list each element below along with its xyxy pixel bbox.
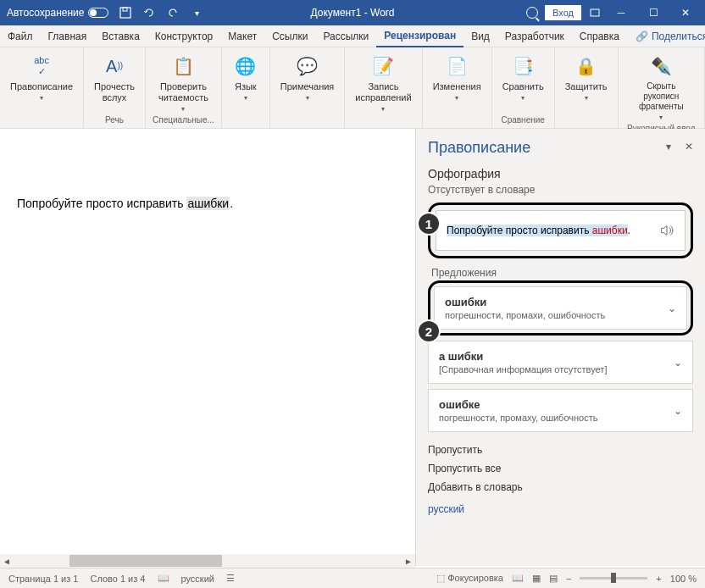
scrollbar-thumb[interactable] (69, 555, 222, 567)
tab-review[interactable]: Рецензирован (376, 25, 464, 47)
tab-help[interactable]: Справка (572, 25, 627, 47)
login-button[interactable]: Вход (545, 5, 581, 20)
add-to-dictionary-button[interactable]: Добавить в словарь (428, 481, 693, 493)
speaker-icon[interactable] (659, 223, 674, 238)
tab-view[interactable]: Вид (464, 25, 497, 47)
chevron-down-icon[interactable]: ⌄ (674, 357, 682, 369)
customize-qat-icon[interactable]: ▾ (190, 6, 203, 19)
tab-file[interactable]: Файл (0, 25, 41, 47)
zoom-slider[interactable] (580, 577, 647, 580)
suggestion-item-2[interactable]: а шибки[Справочная информация отсутствуе… (428, 341, 693, 384)
chevron-down-icon[interactable]: ⌄ (668, 302, 676, 314)
zoom-level[interactable]: 100 % (670, 574, 697, 584)
tab-home[interactable]: Главная (41, 25, 95, 47)
panel-options-icon[interactable]: ▾ (666, 141, 671, 153)
language-icon: 🌐 (232, 53, 259, 80)
ink-icon: ✒️ (647, 53, 674, 80)
focus-mode-button[interactable]: ⬚ Фокусировка (436, 573, 503, 584)
zoom-out-button[interactable]: − (566, 574, 571, 584)
status-bar: Страница 1 из 1 Слово 1 из 4 📖 русский ☰… (0, 568, 705, 588)
zoom-in-button[interactable]: + (656, 574, 661, 584)
toggle-switch-icon[interactable] (88, 8, 108, 18)
maximize-button[interactable]: ☐ (641, 7, 666, 19)
web-layout-icon[interactable]: ▤ (549, 573, 558, 584)
chevron-down-icon[interactable]: ⌄ (674, 405, 682, 417)
read-mode-icon[interactable]: 📖 (512, 573, 524, 584)
read-aloud-icon: A)) (101, 53, 128, 80)
group-speech: Речь (105, 115, 124, 125)
tab-insert[interactable]: Вставка (94, 25, 147, 47)
print-layout-icon[interactable]: ▦ (532, 573, 541, 584)
save-icon[interactable] (119, 6, 132, 19)
proofing-icon[interactable]: 📖 (158, 573, 169, 584)
not-in-dictionary-label: Отсутствует в словаре (428, 184, 693, 196)
autosave-label: Автосохранение (7, 7, 84, 19)
word-count[interactable]: Слово 1 из 4 (90, 574, 145, 584)
redo-icon[interactable] (166, 6, 180, 19)
panel-title: Правописание (428, 139, 693, 157)
readability-icon: 📋 (169, 53, 197, 80)
share-icon: 🔗 (636, 31, 648, 42)
callout-badge-1: 1 (417, 212, 441, 236)
protect-button[interactable]: 🔒Защитить▾ (562, 51, 611, 104)
track-changes-icon: 📝 (369, 53, 397, 80)
check-type: Орфография (428, 167, 693, 180)
comments-icon: 💬 (294, 53, 321, 80)
scroll-left-icon[interactable]: ◄ (0, 557, 14, 566)
ribbon-tabs: Файл Главная Вставка Конструктор Макет С… (0, 25, 705, 47)
track-changes-button[interactable]: 📝Запись исправлений▾ (352, 51, 414, 115)
callout-2: 2 ошибкипогрешности, промахи, ошибочност… (428, 280, 693, 336)
language-link[interactable]: русский (428, 503, 693, 515)
panel-close-icon[interactable]: ✕ (685, 141, 693, 153)
svg-rect-2 (591, 9, 599, 16)
undo-icon[interactable] (142, 6, 156, 19)
language-button[interactable]: 🌐Язык▾ (229, 51, 263, 104)
title-bar: Автосохранение ▾ Документ1 - Word Вход ─… (0, 0, 705, 25)
tab-developer[interactable]: Разработчик (497, 25, 572, 47)
tab-mailings[interactable]: Рассылки (315, 25, 376, 47)
group-special: Специальные... (153, 115, 214, 125)
suggestion-item-1[interactable]: ошибкипогрешности, промахи, ошибочность … (434, 286, 687, 330)
tab-layout[interactable]: Макет (220, 25, 264, 47)
suggestions-label: Предложения (431, 267, 693, 279)
callout-1: 1 Попробуйте просто исправить ашибки. (428, 202, 693, 258)
skip-all-button[interactable]: Пропустить все (428, 463, 693, 474)
spelling-button[interactable]: abc✓Правописание▾ (7, 51, 76, 104)
accessibility-icon[interactable]: ☰ (226, 573, 235, 584)
document-text[interactable]: Попробуйте просто исправить ашибки. (17, 197, 398, 210)
hide-ink-button[interactable]: ✒️Скрыть рукописн фрагменты▾ (625, 51, 697, 124)
read-aloud-button[interactable]: A))Прочесть вслух (91, 51, 138, 105)
readability-button[interactable]: 📋Проверить читаемость▾ (155, 51, 212, 115)
minimize-button[interactable]: ─ (608, 7, 634, 19)
compare-icon: 📑 (509, 53, 536, 80)
scroll-right-icon[interactable]: ► (402, 557, 415, 566)
ribbon-options-icon[interactable] (588, 6, 602, 19)
lock-icon: 🔒 (573, 53, 600, 80)
callout-badge-2: 2 (417, 319, 441, 343)
close-button[interactable]: ✕ (673, 7, 698, 19)
autosave-toggle[interactable]: Автосохранение (7, 7, 108, 19)
ribbon: abc✓Правописание▾ A))Прочесть вслух Речь… (0, 47, 705, 129)
spelling-panel: Правописание ▾ ✕ Орфография Отсутствует … (415, 129, 705, 566)
status-language[interactable]: русский (181, 574, 214, 584)
compare-button[interactable]: 📑Сравнить▾ (499, 51, 547, 104)
document-area[interactable]: Попробуйте просто исправить ашибки. (0, 129, 415, 566)
search-icon[interactable] (526, 7, 538, 19)
changes-button[interactable]: 📄Изменения▾ (430, 51, 485, 104)
changes-icon: 📄 (443, 53, 470, 80)
svg-rect-1 (123, 8, 127, 11)
context-sentence-box: Попробуйте просто исправить ашибки. (436, 210, 686, 251)
suggestion-item-3[interactable]: ошибкепогрешности, промаху, ошибочность … (428, 389, 693, 432)
tab-references[interactable]: Ссылки (264, 25, 315, 47)
abc-check-icon: abc✓ (28, 53, 55, 80)
share-button[interactable]: 🔗Поделиться (627, 31, 705, 42)
svg-rect-0 (120, 8, 130, 18)
spelling-error-word[interactable]: ашибки (186, 197, 230, 210)
tab-design[interactable]: Конструктор (147, 25, 220, 47)
group-compare: Сравнение (501, 115, 544, 125)
horizontal-scrollbar[interactable]: ◄ ► (0, 554, 415, 568)
scrollbar-track[interactable] (27, 554, 388, 568)
skip-button[interactable]: Пропустить (428, 444, 693, 456)
comments-button[interactable]: 💬Примечания▾ (277, 51, 338, 104)
page-indicator[interactable]: Страница 1 из 1 (8, 574, 78, 584)
